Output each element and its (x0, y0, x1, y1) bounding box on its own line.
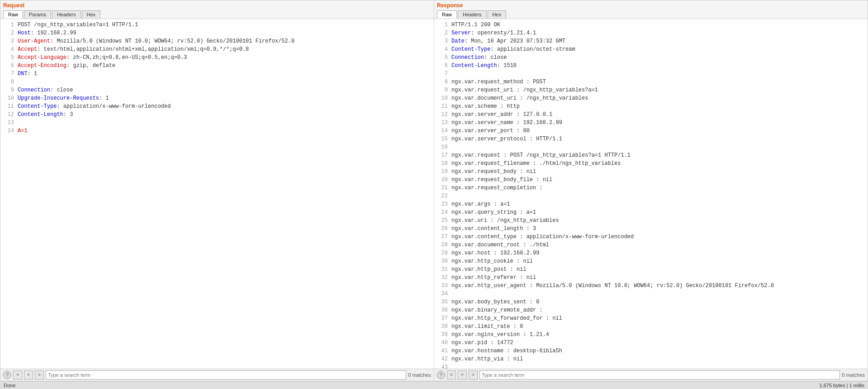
response-tab-hex[interactable]: Hex (488, 10, 507, 19)
response-help-button[interactable]: ? (437, 371, 445, 379)
table-row: 7DNT: 1 (3, 70, 431, 78)
line-number: 8 (3, 78, 14, 86)
status-right: 1,675 bytes | 1 millis (820, 383, 864, 388)
table-row: 14ngx.var.server_port : 80 (437, 127, 865, 135)
table-row: 22 (437, 192, 865, 200)
line-number: 19 (437, 168, 448, 176)
table-row: 6Content-Length: 1510 (437, 62, 865, 70)
line-content: ngx.var.request_uri : /ngx_http_variable… (451, 86, 598, 94)
response-header: Response Raw Headers Hex (434, 0, 868, 19)
line-content: ngx.var.http_x_forwarded_for : nil (451, 314, 562, 322)
table-row: 7 (437, 70, 865, 78)
response-matches-label: 0 matches (842, 372, 865, 378)
line-number: 8 (437, 78, 448, 86)
line-number: 14 (3, 127, 14, 135)
line-content: Connection: close (18, 86, 73, 94)
response-title: Response (437, 2, 865, 9)
line-number: 21 (437, 184, 448, 192)
table-row: 10Upgrade-Insecure-Requests: 1 (3, 94, 431, 102)
table-row: 3Date: Mon, 10 Apr 2023 07:53:32 GMT (437, 37, 865, 45)
table-row: 31ngx.var.http_post : nil (437, 265, 865, 274)
line-number: 28 (437, 241, 448, 249)
request-tab-hex[interactable]: Hex (82, 10, 101, 19)
line-content: Content-Type: application/octet-stream (451, 45, 575, 53)
line-number: 3 (3, 37, 14, 45)
line-number: 12 (3, 110, 14, 119)
table-row: 32ngx.var.http_referer : nil (437, 274, 865, 282)
line-content: POST /ngx_http_variables?a=1 HTTP/1.1 (18, 21, 138, 29)
line-content: ngx.var.server_name : 192.168.2.99 (451, 119, 562, 127)
response-tab-headers[interactable]: Headers (458, 10, 487, 19)
table-row: 1HTTP/1.1 200 OK (437, 21, 865, 29)
line-number: 10 (3, 94, 14, 102)
table-row: 36ngx.var.binary_remote_addr : (437, 306, 865, 314)
line-number: 17 (437, 151, 448, 159)
response-content: 1HTTP/1.1 200 OK2Server: openresty/1.21.… (434, 19, 868, 369)
response-prev-button[interactable]: < (447, 370, 456, 379)
line-content: ngx.var.server_addr : 127.0.0.1 (451, 110, 552, 119)
line-number: 18 (437, 159, 448, 168)
table-row: 21ngx.var.request_completion : (437, 184, 865, 192)
request-search-input[interactable] (46, 370, 406, 379)
line-number: 7 (3, 70, 14, 78)
line-number: 4 (3, 45, 14, 53)
table-row: 42ngx.var.http_via : nil (437, 355, 865, 363)
response-add-button[interactable]: + (458, 370, 467, 379)
request-tab-raw[interactable]: Raw (3, 10, 23, 19)
line-number: 41 (437, 347, 448, 355)
line-content: ngx.var.content_length : 3 (451, 225, 536, 233)
line-number: 24 (437, 208, 448, 216)
line-content: ngx.var.request_completion : (451, 184, 543, 192)
response-tab-raw[interactable]: Raw (437, 10, 457, 19)
table-row: 33ngx.var.http_user_agent : Mozilla/5.0 … (437, 282, 865, 290)
line-number: 36 (437, 306, 448, 314)
line-number: 1 (437, 21, 448, 29)
line-number: 15 (437, 135, 448, 143)
line-number: 34 (437, 290, 448, 298)
table-row: 37ngx.var.http_x_forwarded_for : nil (437, 314, 865, 322)
line-number: 16 (437, 143, 448, 151)
line-number: 29 (437, 249, 448, 257)
line-number: 5 (437, 53, 448, 62)
table-row: 2Host: 192.168.2.99 (3, 29, 431, 37)
table-row: 40ngx.var.pid : 14772 (437, 339, 865, 347)
line-content: ngx.var.http_referer : nil (451, 274, 536, 282)
line-content: ngx.var.request_body : nil (451, 168, 536, 176)
request-tab-headers[interactable]: Headers (52, 10, 81, 19)
table-row: 23ngx.var.args : a=1 (437, 200, 865, 208)
request-add-button[interactable]: + (24, 370, 33, 379)
line-content: Accept-Encoding: gzip, deflate (18, 62, 115, 70)
table-row: 25ngx.var.uri : /ngx_http_variables (437, 216, 865, 225)
line-number: 35 (437, 298, 448, 306)
line-number: 31 (437, 265, 448, 274)
table-row: 17ngx.var.request : POST /ngx_http_varia… (437, 151, 865, 159)
line-content: ngx.var.uri : /ngx_http_variables (451, 216, 559, 225)
request-next-button[interactable]: > (35, 370, 44, 379)
line-number: 5 (3, 53, 14, 62)
line-content: Accept-Language: zh-CN,zh;q=0.8,en-US;q=… (18, 53, 187, 62)
line-number: 37 (437, 314, 448, 322)
line-content: ngx.var.hostname : desktop-6ibla5h (451, 347, 562, 355)
line-content: ngx.var.server_port : 80 (451, 127, 530, 135)
line-number: 13 (437, 119, 448, 127)
line-content: ngx.var.request : POST /ngx_http_variabl… (451, 151, 631, 159)
line-number: 4 (437, 45, 448, 53)
request-prev-button[interactable]: < (13, 370, 22, 379)
response-search-input[interactable] (479, 370, 840, 379)
line-number: 27 (437, 233, 448, 241)
request-matches-label: 0 matches (408, 372, 431, 378)
request-help-button[interactable]: ? (3, 371, 11, 379)
status-left: Done (4, 383, 15, 388)
line-number: 40 (437, 339, 448, 347)
line-number: 20 (437, 176, 448, 184)
request-tab-params[interactable]: Params (24, 10, 51, 19)
line-number: 2 (3, 29, 14, 37)
line-number: 9 (3, 86, 14, 94)
response-next-button[interactable]: > (469, 370, 478, 379)
line-number: 13 (3, 119, 14, 127)
table-row: 15ngx.var.server_protocol : HTTP/1.1 (437, 135, 865, 143)
line-content: Server: openresty/1.21.4.1 (451, 29, 536, 37)
request-panel: Request Raw Params Headers Hex 1POST /ng… (0, 0, 434, 381)
table-row: 35ngx.var.body_bytes_sent : 0 (437, 298, 865, 306)
table-row: 1POST /ngx_http_variables?a=1 HTTP/1.1 (3, 21, 431, 29)
